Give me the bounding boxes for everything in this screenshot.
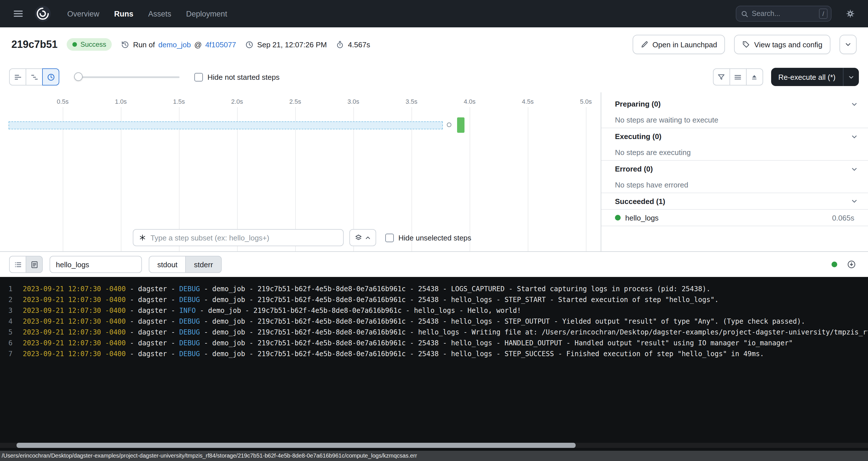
nav-links: Overview Runs Assets Deployment xyxy=(67,9,227,18)
stdout-tab[interactable]: stdout xyxy=(149,256,186,273)
section-succeeded-header[interactable]: Succeeded (1) xyxy=(601,193,868,210)
nav-item-overview[interactable]: Overview xyxy=(67,9,99,18)
log-line: 3 2023-09-21 12:07:30 -0400 - dagster - … xyxy=(0,305,868,316)
log-step-filter-input[interactable] xyxy=(50,256,142,273)
at-symbol: @ xyxy=(194,40,202,49)
section-errored-header[interactable]: Errored (0) xyxy=(601,161,868,177)
log-file-path: /Users/erincochran/Desktop/dagster-examp… xyxy=(2,453,417,459)
flat-view-icon xyxy=(13,73,22,81)
step-waiting-bar[interactable] xyxy=(8,121,443,129)
waterfall-view-button[interactable] xyxy=(26,68,43,86)
hide-not-started-label: Hide not started steps xyxy=(208,73,280,81)
log-capture-status-dot xyxy=(832,262,837,267)
chevron-up-icon xyxy=(365,235,371,241)
log-text: 2023-09-21 12:07:30 -0400 - dagster - DE… xyxy=(23,295,719,305)
chevron-down-icon[interactable] xyxy=(851,133,858,140)
snapshot-id-link[interactable]: 4f105077 xyxy=(205,40,236,49)
reexecute-dropdown-button[interactable] xyxy=(843,68,859,86)
log-line: 2 2023-09-21 12:07:30 -0400 - dagster - … xyxy=(0,295,868,305)
axis-tick: 2.5s xyxy=(283,98,308,105)
step-row-hello-logs[interactable]: hello_logs 0.065s xyxy=(601,210,868,226)
step-marker-dot[interactable] xyxy=(447,123,452,127)
step-name[interactable]: hello_logs xyxy=(625,213,658,222)
gridline xyxy=(586,107,586,251)
section-preparing-header[interactable]: Preparing (0) xyxy=(601,96,868,112)
run-of-meta: Run of demo_job @ 4f105077 xyxy=(121,40,236,49)
header-more-actions-button[interactable] xyxy=(839,35,857,54)
history-icon xyxy=(121,40,130,49)
search-input[interactable] xyxy=(752,10,815,18)
stderr-tab[interactable]: stderr xyxy=(186,256,221,273)
hide-not-started-checkbox[interactable] xyxy=(194,73,203,81)
axis-tick: 2.0s xyxy=(224,98,250,105)
filter-button[interactable] xyxy=(713,68,730,86)
section-succeeded-title: Succeeded (1) xyxy=(615,197,665,206)
axis-tick: 0.5s xyxy=(50,98,75,105)
raw-log-view-button[interactable] xyxy=(26,256,43,273)
chevron-down-icon[interactable] xyxy=(851,165,858,173)
line-number: 4 xyxy=(0,316,12,327)
open-in-launchpad-button[interactable]: Open in Launchpad xyxy=(632,35,725,54)
rows-button[interactable] xyxy=(729,68,746,86)
settings-button[interactable] xyxy=(842,5,859,22)
chevron-down-icon[interactable] xyxy=(851,198,858,205)
flat-view-button[interactable] xyxy=(9,68,26,86)
view-tags-config-button[interactable]: View tags and config xyxy=(734,35,830,54)
axis-tick: 1.0s xyxy=(108,98,133,105)
nav-item-deployment[interactable]: Deployment xyxy=(186,9,227,18)
log-line: 4 2023-09-21 12:07:30 -0400 - dagster - … xyxy=(0,316,868,327)
search-shortcut-hint: / xyxy=(819,8,828,19)
gantt-view-mode-group xyxy=(9,68,59,86)
log-line: 6 2023-09-21 12:07:30 -0400 - dagster - … xyxy=(0,338,868,349)
stdout-stderr-group: stdout stderr xyxy=(149,256,221,273)
graph-query-toggle-button[interactable] xyxy=(349,229,376,246)
hamburger-menu-button[interactable] xyxy=(9,5,27,23)
gantt-zoom-slider[interactable] xyxy=(74,72,180,82)
hamburger-icon xyxy=(13,8,23,19)
dagster-logo-icon[interactable] xyxy=(34,5,51,22)
reexecute-all-button[interactable]: Re-execute all (*) xyxy=(771,68,859,86)
run-of-label: Run of xyxy=(133,40,155,49)
raw-log-viewer[interactable]: 1 2023-09-21 12:07:30 -0400 - dagster - … xyxy=(0,277,868,451)
step-subset-input-wrap[interactable] xyxy=(133,229,344,246)
section-preparing-title: Preparing (0) xyxy=(615,100,660,108)
chevron-down-icon[interactable] xyxy=(851,100,858,107)
structured-log-view-button[interactable] xyxy=(9,256,26,273)
step-subset-input[interactable] xyxy=(151,233,339,242)
axis-tick: 3.5s xyxy=(399,98,424,105)
duration-label: 4.567s xyxy=(348,40,370,49)
status-label: Success xyxy=(80,40,106,49)
gantt-chart[interactable]: 0.5s 1.0s 1.5s 2.0s 2.5s 3.0s 3.5s 4.0s … xyxy=(0,92,601,251)
reexecute-all-label[interactable]: Re-execute all (*) xyxy=(771,68,843,86)
run-header: 219c7b51 Success Run of demo_job @ 4f105… xyxy=(0,27,868,62)
log-line: 1 2023-09-21 12:07:30 -0400 - dagster - … xyxy=(0,284,868,295)
stopwatch-icon xyxy=(336,40,344,49)
log-line: 5 2023-09-21 12:07:30 -0400 - dagster - … xyxy=(0,327,868,338)
gantt-bottom-controls: Hide unselected steps xyxy=(133,229,471,246)
slider-knob[interactable] xyxy=(74,72,83,81)
chevron-down-icon xyxy=(845,41,851,48)
hide-unselected-checkbox-row[interactable]: Hide unselected steps xyxy=(385,233,471,242)
line-number: 6 xyxy=(0,338,12,349)
raw-log-icon xyxy=(30,260,38,269)
section-errored-empty: No steps have errored xyxy=(601,177,868,193)
timed-view-button[interactable] xyxy=(42,68,59,86)
axis-tick: 1.5s xyxy=(166,98,191,105)
hide-unselected-checkbox[interactable] xyxy=(385,233,394,242)
download-log-button[interactable] xyxy=(844,257,859,272)
section-executing-header[interactable]: Executing (0) xyxy=(601,128,868,145)
nav-item-runs[interactable]: Runs xyxy=(114,9,134,18)
hide-unselected-label: Hide unselected steps xyxy=(398,233,471,242)
hide-not-started-checkbox-row[interactable]: Hide not started steps xyxy=(194,73,280,81)
gear-icon xyxy=(846,9,855,18)
search-box[interactable]: / xyxy=(736,6,832,22)
download-icon xyxy=(847,260,856,269)
job-name-link[interactable]: demo_job xyxy=(158,40,191,49)
nav-item-assets[interactable]: Assets xyxy=(148,9,171,18)
log-file-path-bar: /Users/erincochran/Desktop/dagster-examp… xyxy=(0,451,868,461)
collapse-button[interactable] xyxy=(746,68,763,86)
top-nav: Overview Runs Assets Deployment / xyxy=(0,0,868,27)
horizontal-scrollbar-thumb[interactable] xyxy=(17,443,576,448)
gantt-toolbar: Hide not started steps Re-execute all (* xyxy=(0,62,868,92)
step-execution-bar[interactable] xyxy=(457,117,464,133)
